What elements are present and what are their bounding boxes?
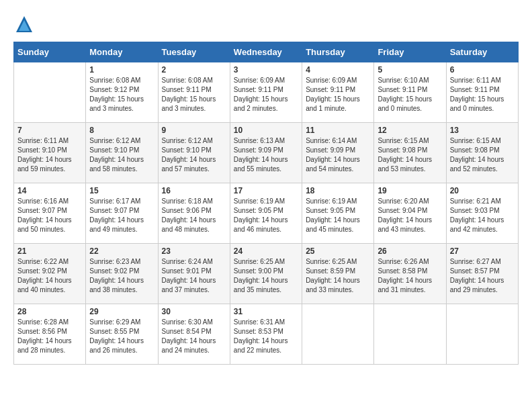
day-number: 17 <box>234 186 298 195</box>
calendar-cell: 10Sunrise: 6:13 AMSunset: 9:09 PMDayligh… <box>230 123 302 183</box>
week-row-5: 28Sunrise: 6:28 AMSunset: 8:56 PMDayligh… <box>14 304 519 365</box>
calendar-cell: 27Sunrise: 6:27 AMSunset: 8:57 PMDayligh… <box>446 244 518 304</box>
calendar-cell: 13Sunrise: 6:15 AMSunset: 9:08 PMDayligh… <box>446 123 518 183</box>
day-number: 29 <box>89 307 154 316</box>
calendar-cell: 24Sunrise: 6:25 AMSunset: 9:00 PMDayligh… <box>230 244 302 304</box>
cell-content: Sunrise: 6:30 AMSunset: 8:54 PMDaylight:… <box>162 318 226 355</box>
calendar-cell: 4Sunrise: 6:09 AMSunset: 9:11 PMDaylight… <box>302 62 374 123</box>
calendar-table: SundayMondayTuesdayWednesdayThursdayFrid… <box>13 42 519 365</box>
day-number: 26 <box>378 246 442 256</box>
day-number: 19 <box>378 186 442 195</box>
day-number: 5 <box>378 65 442 75</box>
day-number: 12 <box>378 126 442 135</box>
cell-content: Sunrise: 6:08 AMSunset: 9:12 PMDaylight:… <box>89 76 154 113</box>
day-number: 21 <box>17 246 82 256</box>
calendar-cell: 1Sunrise: 6:08 AMSunset: 9:12 PMDaylight… <box>86 62 158 123</box>
calendar-cell <box>374 304 446 365</box>
logo <box>13 13 38 35</box>
cell-content: Sunrise: 6:10 AMSunset: 9:11 PMDaylight:… <box>378 76 442 113</box>
day-number: 28 <box>17 307 82 316</box>
calendar-cell: 12Sunrise: 6:15 AMSunset: 9:08 PMDayligh… <box>374 123 446 183</box>
day-number: 24 <box>234 246 298 256</box>
calendar-cell: 8Sunrise: 6:12 AMSunset: 9:10 PMDaylight… <box>86 123 158 183</box>
cell-content: Sunrise: 6:16 AMSunset: 9:07 PMDaylight:… <box>17 197 82 234</box>
cell-content: Sunrise: 6:12 AMSunset: 9:10 PMDaylight:… <box>89 136 154 174</box>
calendar-cell: 3Sunrise: 6:09 AMSunset: 9:11 PMDaylight… <box>230 62 302 123</box>
cell-content: Sunrise: 6:19 AMSunset: 9:05 PMDaylight:… <box>306 197 370 234</box>
day-number: 27 <box>450 246 515 256</box>
day-number: 8 <box>89 126 154 135</box>
calendar-cell: 7Sunrise: 6:11 AMSunset: 9:10 PMDaylight… <box>14 123 86 183</box>
page-header <box>13 13 519 35</box>
cell-content: Sunrise: 6:26 AMSunset: 8:58 PMDaylight:… <box>378 257 442 295</box>
day-number: 3 <box>234 65 298 75</box>
calendar-cell: 30Sunrise: 6:30 AMSunset: 8:54 PMDayligh… <box>158 304 230 365</box>
cell-content: Sunrise: 6:21 AMSunset: 9:03 PMDaylight:… <box>450 197 515 234</box>
calendar-cell: 11Sunrise: 6:14 AMSunset: 9:09 PMDayligh… <box>302 123 374 183</box>
day-number: 25 <box>306 246 370 256</box>
cell-content: Sunrise: 6:13 AMSunset: 9:09 PMDaylight:… <box>234 136 298 174</box>
cell-content: Sunrise: 6:25 AMSunset: 9:00 PMDaylight:… <box>234 257 298 295</box>
calendar-cell: 26Sunrise: 6:26 AMSunset: 8:58 PMDayligh… <box>374 244 446 304</box>
week-row-4: 21Sunrise: 6:22 AMSunset: 9:02 PMDayligh… <box>14 244 519 304</box>
cell-content: Sunrise: 6:11 AMSunset: 9:10 PMDaylight:… <box>17 136 82 174</box>
day-number: 31 <box>234 307 298 316</box>
cell-content: Sunrise: 6:15 AMSunset: 9:08 PMDaylight:… <box>450 136 515 174</box>
day-number: 18 <box>306 186 370 195</box>
calendar-cell: 25Sunrise: 6:25 AMSunset: 8:59 PMDayligh… <box>302 244 374 304</box>
day-number: 23 <box>162 246 226 256</box>
calendar-cell: 5Sunrise: 6:10 AMSunset: 9:11 PMDaylight… <box>374 62 446 123</box>
calendar-cell: 20Sunrise: 6:21 AMSunset: 9:03 PMDayligh… <box>446 183 518 244</box>
cell-content: Sunrise: 6:20 AMSunset: 9:04 PMDaylight:… <box>378 197 442 234</box>
cell-content: Sunrise: 6:27 AMSunset: 8:57 PMDaylight:… <box>450 257 515 295</box>
calendar-cell: 21Sunrise: 6:22 AMSunset: 9:02 PMDayligh… <box>14 244 86 304</box>
day-number: 16 <box>162 186 226 195</box>
calendar-cell: 15Sunrise: 6:17 AMSunset: 9:07 PMDayligh… <box>86 183 158 244</box>
calendar-cell: 31Sunrise: 6:31 AMSunset: 8:53 PMDayligh… <box>230 304 302 365</box>
calendar-cell: 6Sunrise: 6:11 AMSunset: 9:11 PMDaylight… <box>446 62 518 123</box>
cell-content: Sunrise: 6:09 AMSunset: 9:11 PMDaylight:… <box>234 76 298 113</box>
calendar-cell: 19Sunrise: 6:20 AMSunset: 9:04 PMDayligh… <box>374 183 446 244</box>
cell-content: Sunrise: 6:25 AMSunset: 8:59 PMDaylight:… <box>306 257 370 295</box>
day-number: 6 <box>450 65 515 75</box>
cell-content: Sunrise: 6:08 AMSunset: 9:11 PMDaylight:… <box>162 76 226 113</box>
cell-content: Sunrise: 6:23 AMSunset: 9:02 PMDaylight:… <box>89 257 154 295</box>
header-row: SundayMondayTuesdayWednesdayThursdayFrid… <box>14 42 519 62</box>
column-header-friday: Friday <box>374 42 446 62</box>
cell-content: Sunrise: 6:31 AMSunset: 8:53 PMDaylight:… <box>234 318 298 355</box>
calendar-cell: 14Sunrise: 6:16 AMSunset: 9:07 PMDayligh… <box>14 183 86 244</box>
cell-content: Sunrise: 6:19 AMSunset: 9:05 PMDaylight:… <box>234 197 298 234</box>
column-header-tuesday: Tuesday <box>158 42 230 62</box>
column-header-saturday: Saturday <box>446 42 518 62</box>
week-row-3: 14Sunrise: 6:16 AMSunset: 9:07 PMDayligh… <box>14 183 519 244</box>
calendar-cell: 29Sunrise: 6:29 AMSunset: 8:55 PMDayligh… <box>86 304 158 365</box>
calendar-cell: 16Sunrise: 6:18 AMSunset: 9:06 PMDayligh… <box>158 183 230 244</box>
logo-icon <box>13 13 35 35</box>
cell-content: Sunrise: 6:11 AMSunset: 9:11 PMDaylight:… <box>450 76 515 113</box>
cell-content: Sunrise: 6:17 AMSunset: 9:07 PMDaylight:… <box>89 197 154 234</box>
cell-content: Sunrise: 6:22 AMSunset: 9:02 PMDaylight:… <box>17 257 82 295</box>
calendar-cell <box>14 62 86 123</box>
calendar-cell <box>302 304 374 365</box>
day-number: 22 <box>89 246 154 256</box>
calendar-cell <box>446 304 518 365</box>
day-number: 2 <box>162 65 226 75</box>
cell-content: Sunrise: 6:29 AMSunset: 8:55 PMDaylight:… <box>89 318 154 355</box>
day-number: 1 <box>89 65 154 75</box>
cell-content: Sunrise: 6:12 AMSunset: 9:10 PMDaylight:… <box>162 136 226 174</box>
day-number: 10 <box>234 126 298 135</box>
cell-content: Sunrise: 6:09 AMSunset: 9:11 PMDaylight:… <box>306 76 370 113</box>
calendar-cell: 22Sunrise: 6:23 AMSunset: 9:02 PMDayligh… <box>86 244 158 304</box>
week-row-1: 1Sunrise: 6:08 AMSunset: 9:12 PMDaylight… <box>14 62 519 123</box>
column-header-sunday: Sunday <box>14 42 86 62</box>
day-number: 7 <box>17 126 82 135</box>
day-number: 20 <box>450 186 515 195</box>
calendar-cell: 28Sunrise: 6:28 AMSunset: 8:56 PMDayligh… <box>14 304 86 365</box>
calendar-cell: 9Sunrise: 6:12 AMSunset: 9:10 PMDaylight… <box>158 123 230 183</box>
column-header-thursday: Thursday <box>302 42 374 62</box>
cell-content: Sunrise: 6:15 AMSunset: 9:08 PMDaylight:… <box>378 136 442 174</box>
day-number: 11 <box>306 126 370 135</box>
cell-content: Sunrise: 6:28 AMSunset: 8:56 PMDaylight:… <box>17 318 82 355</box>
cell-content: Sunrise: 6:18 AMSunset: 9:06 PMDaylight:… <box>162 197 226 234</box>
calendar-cell: 17Sunrise: 6:19 AMSunset: 9:05 PMDayligh… <box>230 183 302 244</box>
